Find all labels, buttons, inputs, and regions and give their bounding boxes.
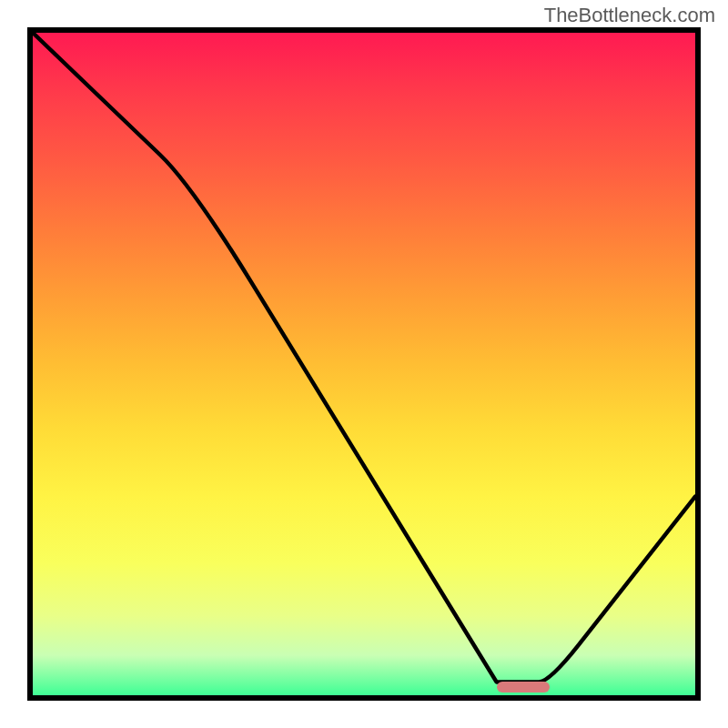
curve-path xyxy=(33,33,695,682)
bottleneck-curve xyxy=(33,33,695,695)
plot-area xyxy=(27,27,701,701)
optimal-marker xyxy=(497,682,550,693)
watermark-text: TheBottleneck.com xyxy=(544,4,715,27)
bottleneck-chart: TheBottleneck.com xyxy=(0,0,728,728)
